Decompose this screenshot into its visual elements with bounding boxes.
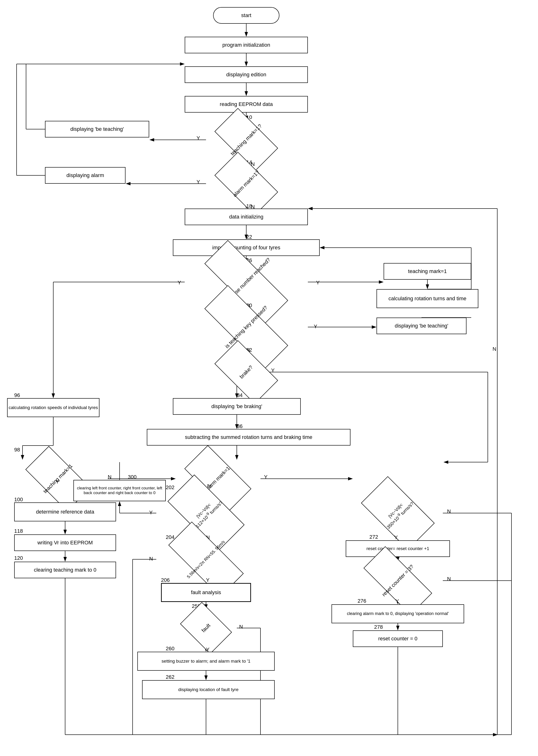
start-label: start (241, 12, 251, 19)
calc-rotation-node: calculating rotation turns and time (377, 289, 478, 308)
label-n-fault: N (239, 624, 243, 630)
label-n-270: N (447, 508, 451, 515)
read-eeprom-node: reading EEPROM data (185, 96, 308, 112)
label-y-impulse: Y (178, 280, 181, 286)
clear-alarm-node: clearing alarm mark to 0, displaying 'op… (332, 604, 464, 623)
label-n-204: N (149, 556, 153, 562)
set-buzzer-node: setting buzzer to alarm; and alarm mark … (137, 652, 275, 671)
vc-vd270-q-node: |Vc−Vd|<350×10-9 turns/s? (348, 488, 448, 538)
label-y-98: Y (56, 479, 59, 485)
label-y-202: Y (149, 510, 153, 516)
reset-counter-inc-label: reset counter= reset counter +1 (366, 546, 429, 551)
teach-mark-q-node: teaching mark=1? (199, 118, 294, 161)
label-118: 118 (14, 528, 23, 534)
disp-edition-label: displaying edition (226, 72, 266, 78)
fault-q258-node: fault (171, 607, 242, 649)
label-36: 36 (237, 423, 242, 429)
label-y-270: Y (394, 535, 398, 540)
disp-edition-node: displaying edition (185, 66, 308, 83)
reset-zero-node: reset counter = 0 (353, 630, 443, 647)
flowchart: start program initialization displaying … (0, 0, 538, 756)
calc-rot-speeds-label: calculating rotation speeds of individua… (9, 405, 98, 410)
label-n-98: N (108, 474, 112, 480)
write-vr-node: writing Vr into EEPROM (14, 535, 116, 551)
disp-fault-tyre-node: displaying location of fault tyre (142, 680, 275, 699)
label-300: 300 (128, 474, 136, 480)
determine-ref-label: determine reference data (36, 509, 94, 515)
label-260: 260 (166, 646, 175, 652)
fault-analysis-label: fault analysis (191, 590, 221, 596)
label-n-274: N (447, 576, 451, 582)
impulse-count-node: impulse counting of four tyres (173, 239, 320, 256)
label-206: 206 (161, 577, 170, 583)
label-278: 278 (374, 624, 383, 630)
determine-ref-node: determine reference data (14, 502, 116, 521)
read-eeprom-label: reading EEPROM data (220, 101, 273, 107)
data-init-node: data initializing (185, 209, 308, 225)
disp-alarm-node: displaying alarm (45, 167, 126, 184)
teaching-mark1-node: teaching mark=1 (384, 263, 471, 280)
label-y-teach: Y (196, 135, 200, 141)
label-n-key2: N (493, 346, 496, 352)
label-y-200: Y (264, 474, 268, 480)
reset-q274-node: reset counter = 3? (348, 559, 448, 602)
subtract-turns-node: subtracting the summed rotation turns an… (147, 429, 350, 446)
data-init-label: data initializing (229, 214, 263, 220)
label-34: 34 (237, 392, 242, 398)
label-96: 96 (14, 392, 20, 398)
clear-teach-label: clearing teaching mark to 0 (34, 567, 96, 573)
label-100: 100 (14, 496, 23, 503)
disp-braking-label: displaying 'be braking' (211, 403, 262, 409)
label-y-274: Y (396, 598, 399, 604)
label-y-alarm: Y (196, 179, 200, 185)
disp-braking-node: displaying 'be braking' (173, 398, 301, 415)
calc-rot-speeds-node: calculating rotation speeds of individua… (7, 398, 99, 417)
teaching-key-q-node: is teaching key pressed? (180, 306, 313, 348)
label-y-204: Y (206, 577, 210, 583)
calc-rotation-label: calculating rotation turns and time (389, 295, 466, 302)
clear-teach-node: clearing teaching mark to 0 (14, 562, 116, 578)
label-y-brake: Y (271, 367, 275, 373)
label-262: 262 (166, 674, 175, 680)
disp-be-teaching-top-node: displaying 'be teaching' (45, 121, 149, 138)
brake-q-node: brake? (199, 351, 294, 393)
teaching-mark1-label: teaching mark=1 (408, 268, 447, 275)
reset-counter-inc-node: reset counter= reset counter +1 (346, 540, 450, 557)
speed-q204-node: 5.56m/s<2π RN<55. 56m/s (151, 538, 260, 581)
clear-alarm-label: clearing alarm mark to 0, displaying 'op… (347, 611, 449, 616)
prog-init-node: program initialization (185, 37, 308, 53)
label-276: 276 (357, 598, 366, 604)
label-120: 120 (14, 555, 23, 561)
set-buzzer-label: setting buzzer to alarm; and alarm mark … (161, 659, 250, 664)
prog-init-label: program initialization (222, 42, 270, 48)
disp-alarm-label: displaying alarm (67, 172, 104, 178)
start-node: start (213, 7, 279, 24)
disp-be-teaching-r-node: displaying 'be teaching' (377, 318, 466, 334)
label-y-key: Y (314, 324, 317, 330)
write-vr-label: writing Vr into EEPROM (37, 539, 93, 546)
clear300-label: clearing left front counter, right front… (75, 486, 164, 496)
reset-zero-label: reset counter = 0 (378, 636, 417, 642)
impulse-reached-q-node: is impulse number reached? (180, 261, 313, 303)
label-98: 98 (14, 447, 20, 453)
fault-analysis-node: fault analysis (161, 583, 251, 602)
disp-fault-tyre-label: displaying location of fault tyre (178, 687, 239, 692)
disp-be-teaching-r-label: displaying 'be teaching' (395, 323, 448, 329)
disp-be-teaching-top-label: displaying 'be teaching' (70, 126, 124, 132)
vc-vd-q202-node: |Vc−Vd|<1112×10-9 turns/s? (151, 488, 260, 538)
alarm-mark-q-node: alarm mark=1? (199, 162, 294, 205)
subtract-turns-label: subtracting the summed rotation turns an… (185, 434, 312, 440)
label-272: 272 (369, 534, 378, 540)
label-y-impulse-r: Y (316, 280, 320, 286)
